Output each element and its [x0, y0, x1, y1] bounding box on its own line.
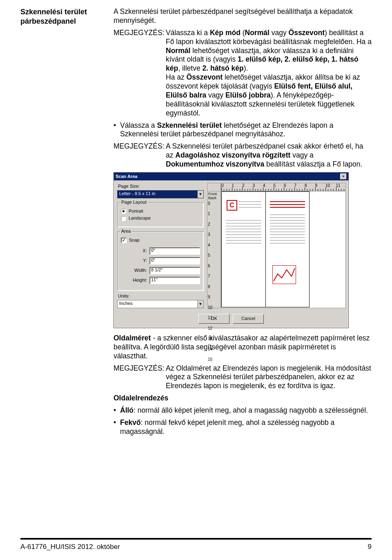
page-layout-group: Page Layout Portrait Landscape — [117, 202, 204, 228]
ruler-tick-label: 9 — [208, 295, 210, 300]
t: Fekvő — [120, 418, 141, 427]
radio-icon — [121, 216, 126, 221]
t: vagy — [270, 29, 289, 37]
t: Adagoláshoz viszonyítva rögzített — [175, 151, 290, 159]
portrait-radio[interactable]: Portrait — [121, 209, 200, 214]
page-size-value: Letter - 8.5 x 11 in — [118, 191, 197, 198]
footer-left: A-61776_HU/ISIS 2012. október — [20, 543, 120, 551]
bullet-text: Válassza a Szkennelési terület lehetőség… — [120, 121, 372, 139]
note-1-text: Válassza ki a Kép mód (Normál vagy Össze… — [166, 29, 372, 118]
bullet-allo: • Álló: normál álló képet jelenít meg, a… — [114, 406, 372, 415]
document-icon: C — [227, 200, 237, 211]
ruler-tick-label: 1 — [208, 211, 210, 217]
ruler-tick-label: 2 — [208, 222, 210, 227]
snap-label: Snap — [129, 238, 140, 243]
sidebar-heading: Szkennelési terület párbeszédpanel — [20, 7, 106, 26]
t: Elülső jobbra — [225, 91, 271, 99]
t: Válassza a — [120, 121, 157, 129]
x-input[interactable]: 0" — [149, 247, 200, 255]
vertical-ruler: Front Back 0123456789101112131415 — [207, 191, 221, 308]
back-label: Back — [208, 196, 216, 200]
checkbox-icon: ✓ — [121, 238, 127, 243]
oldalmeret-paragraph: Oldalméret - a szkenner első kiválasztás… — [114, 334, 372, 361]
chevron-down-icon: ▾ — [197, 300, 203, 308]
t: 2. hátsó kép — [202, 64, 243, 72]
radio-icon — [121, 209, 126, 214]
y-label: Y: — [124, 258, 149, 264]
ruler-tick-label: 14 — [208, 347, 212, 352]
ruler-tick-label: 5 — [208, 253, 210, 258]
front-label: Front — [208, 192, 217, 196]
oldalelrendezes-heading: Oldalelrendezés — [114, 394, 372, 403]
ruler-tick-label: 11 — [336, 183, 341, 189]
t: Álló — [120, 406, 134, 414]
x-label: X: — [124, 248, 149, 254]
page-layout-legend: Page Layout — [120, 200, 148, 205]
ruler-tick-label: 4 — [208, 243, 210, 248]
bullet-text: Álló: normál álló képet jelenít meg, aho… — [120, 406, 372, 415]
t: : normál fekvő képet jelenít meg, ahol a… — [120, 418, 334, 436]
dialog-title: Scan Area — [116, 174, 137, 180]
area-legend: Area — [120, 229, 132, 234]
bullet-mark: • — [114, 418, 120, 427]
page-size-label: Page Size: — [118, 184, 204, 189]
height-label: Height: — [124, 278, 149, 283]
ruler-tick-label: 7 — [208, 274, 210, 279]
horizontal-ruler: 01234567891011 — [207, 183, 346, 191]
t: beállítást választja a Fő lapon. — [264, 160, 362, 168]
t: Ha az — [166, 73, 187, 81]
dialog-titlebar[interactable]: Scan Area × — [114, 173, 348, 180]
t: ( — [241, 29, 245, 37]
ruler-tick-label: 0 — [208, 201, 210, 207]
t: vagy — [206, 91, 225, 99]
ruler-tick-label: 15 — [208, 357, 212, 362]
snap-checkbox[interactable]: ✓ Snap — [121, 238, 200, 243]
chart-icon — [272, 265, 296, 284]
bullet-fekvo: • Fekvő: normál fekvő képet jelenít meg,… — [114, 418, 372, 436]
ruler-tick-label: 13 — [208, 336, 212, 342]
page-rect[interactable]: C — [221, 191, 310, 307]
chevron-down-icon: ▾ — [197, 191, 203, 198]
t: Összevont — [187, 73, 223, 81]
t: Dokumentumhoz viszonyítva — [166, 160, 264, 168]
landscape-label: Landscape — [129, 216, 151, 221]
units-value: Inches — [118, 300, 197, 308]
t: - a szkenner első kiválasztásakor az ala… — [114, 334, 370, 360]
note-2-text: A Szkennelési terület párbeszédpanel csa… — [166, 142, 372, 169]
t: ). — [244, 64, 248, 72]
t: , illetve — [178, 64, 202, 72]
t: Összevont — [289, 29, 325, 37]
note-3: MEGJEGYZÉS: Az Oldalméret az Elrendezés … — [114, 364, 372, 391]
units-dropdown[interactable]: Inches ▾ — [117, 300, 204, 308]
t: Kép mód — [210, 29, 241, 37]
portrait-label: Portrait — [129, 209, 143, 214]
note-1-label: MEGJEGYZÉS: — [114, 29, 166, 38]
ruler-tick-label: 6 — [208, 264, 210, 269]
height-input[interactable]: 11" — [149, 277, 200, 284]
ruler-tick-label: 3 — [208, 232, 210, 238]
page-size-dropdown[interactable]: Letter - 8.5 x 11 in ▾ — [117, 190, 204, 198]
bullet-mark: • — [114, 406, 120, 415]
t: Normál — [166, 47, 190, 55]
landscape-radio[interactable]: Landscape — [121, 216, 200, 221]
note-1: MEGJEGYZÉS: Válassza ki a Kép mód (Normá… — [114, 29, 372, 118]
ruler-tick-label: 11 — [208, 316, 212, 321]
y-input[interactable]: 0" — [149, 257, 200, 264]
cancel-button[interactable]: Cancel — [233, 314, 264, 324]
close-icon: × — [342, 175, 344, 178]
width-input[interactable]: 8 1/2" — [149, 267, 200, 274]
width-label: Width: — [124, 268, 149, 273]
preview-canvas[interactable]: C — [221, 191, 346, 308]
t: Oldalelrendezés — [114, 394, 168, 402]
ok-button[interactable]: OK — [198, 314, 229, 324]
note-3-text: Az Oldalméret az Elrendezés lapon is meg… — [166, 364, 372, 391]
bullet-open-dialog: • Válassza a Szkennelési terület lehetős… — [114, 121, 372, 139]
intro-paragraph: A Szkennelési terület párbeszédpanel seg… — [114, 7, 372, 25]
units-label: Units: — [118, 293, 204, 299]
note-3-label: MEGJEGYZÉS: — [114, 364, 166, 373]
t: Válassza ki a — [166, 29, 210, 37]
close-button[interactable]: × — [340, 173, 347, 180]
ruler-tick-label: 12 — [208, 326, 212, 331]
t: : normál álló képet jelenít meg, ahol a … — [134, 406, 368, 414]
bullet-text: Fekvő: normál fekvő képet jelenít meg, a… — [120, 418, 372, 436]
